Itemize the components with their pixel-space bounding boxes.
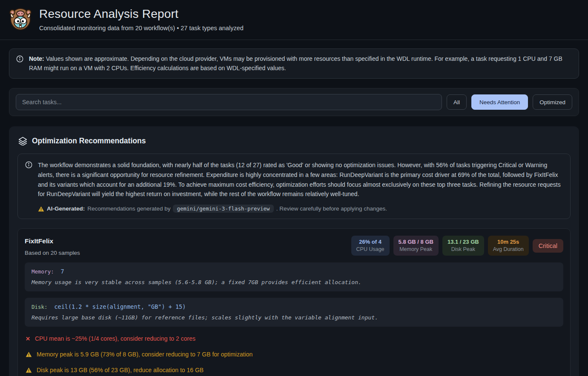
search-input[interactable] xyxy=(16,94,442,110)
stat-label: Avg Duration xyxy=(493,246,524,252)
disk-note: Requires large base disk (~11GB) for ref… xyxy=(32,314,556,321)
stat-label: CPU Usage xyxy=(356,246,384,252)
stat-label: Disk Peak xyxy=(447,246,479,252)
stat-label: Memory Peak xyxy=(399,246,433,252)
task-samples: Based on 20 samples xyxy=(25,250,80,256)
note-body: Values shown are approximate. Depending … xyxy=(29,55,562,71)
ai-generated-suffix: . Review carefully before applying chang… xyxy=(276,205,387,212)
layers-icon xyxy=(18,137,27,145)
recommendations-section: Optimization Recommendations The workflo… xyxy=(9,126,579,376)
page: Resource Analysis Report Consolidated mo… xyxy=(0,0,588,376)
search-toolbar: All Needs Attention Optimized xyxy=(9,88,579,116)
filter-needs-attention[interactable]: Needs Attention xyxy=(471,94,528,110)
title-block: Resource Analysis Report Consolidated mo… xyxy=(39,7,244,31)
warning-triangle-icon xyxy=(26,367,32,373)
warning-triangle-icon xyxy=(26,351,32,358)
recommendations-header: Optimization Recommendations xyxy=(17,135,571,145)
note-label: Note: xyxy=(29,55,44,62)
page-title: Resource Analysis Report xyxy=(39,7,244,21)
page-subtitle: Consolidated monitoring data from 20 wor… xyxy=(39,25,244,31)
info-icon xyxy=(16,55,23,63)
disk-key: Disk: xyxy=(32,304,48,310)
warning-icon xyxy=(38,206,44,212)
stat-value: 26% of 4 xyxy=(356,239,384,245)
app-logo-gopher-icon xyxy=(9,7,32,31)
alert-cpu: ✕ CPU mean is ~25% (1/4 cores), consider… xyxy=(26,335,563,342)
memory-key: Memory: xyxy=(32,268,54,275)
report-header: Resource Analysis Report Consolidated mo… xyxy=(9,0,579,31)
task-header: FixItFelix Based on 20 samples 26% of 4 … xyxy=(25,236,563,256)
info-icon xyxy=(25,161,32,168)
disk-recommendation-block: Disk: ceil(1.2 * size(alignment, "GB") +… xyxy=(25,298,563,327)
stat-value: 13.1 / 23 GB xyxy=(447,239,479,245)
section-title: Optimization Recommendations xyxy=(32,137,146,145)
alert-text: Disk peak is 13 GB (56% of 23 GB), reduc… xyxy=(37,367,204,373)
stat-value: 10m 25s xyxy=(493,239,524,245)
disk-code-line: Disk: ceil(1.2 * size(alignment, "GB") +… xyxy=(32,303,556,310)
ai-generated-label: AI-Generated: xyxy=(47,205,85,212)
status-badge-critical: Critical xyxy=(533,239,563,253)
task-stats-row: 26% of 4 CPU Usage 5.8 GB / 8 GB Memory … xyxy=(351,236,563,256)
memory-recommendation-block: Memory: 7 Memory usage is very stable ac… xyxy=(25,262,563,291)
ai-summary-text: The workflow demonstrates a solid founda… xyxy=(38,160,562,199)
memory-code-line: Memory: 7 xyxy=(32,268,556,275)
filter-optimized[interactable]: Optimized xyxy=(533,94,572,110)
stat-chip-avg-duration: 10m 25s Avg Duration xyxy=(488,236,529,256)
ai-summary-content: The workflow demonstrates a solid founda… xyxy=(38,160,562,213)
stat-chip-memory-peak: 5.8 GB / 8 GB Memory Peak xyxy=(393,236,439,256)
alert-text: CPU mean is ~25% (1/4 cores), consider r… xyxy=(35,335,195,342)
memory-value: 7 xyxy=(61,268,64,275)
stat-chip-cpu-usage: 26% of 4 CPU Usage xyxy=(351,236,390,256)
stat-chip-disk-peak: 13.1 / 23 GB Disk Peak xyxy=(442,236,484,256)
header-divider xyxy=(0,40,588,40)
x-icon: ✕ xyxy=(26,336,30,342)
filter-all[interactable]: All xyxy=(447,94,467,110)
note-text: Note: Values shown are approximate. Depe… xyxy=(29,54,571,73)
memory-note: Memory usage is very stable across sampl… xyxy=(32,279,556,285)
task-name: FixItFelix xyxy=(25,236,80,245)
note-banner: Note: Values shown are approximate. Depe… xyxy=(9,48,579,79)
alert-text: Memory peak is 5.9 GB (73% of 8 GB), con… xyxy=(37,351,252,358)
alert-disk: Disk peak is 13 GB (56% of 23 GB), reduc… xyxy=(26,367,563,373)
alert-memory: Memory peak is 5.9 GB (73% of 8 GB), con… xyxy=(26,351,563,358)
ai-generated-note: AI-Generated: Recommendations generated … xyxy=(38,205,562,213)
ai-generated-prefix: Recommendations generated by xyxy=(87,205,170,212)
model-name-chip: gemini/gemini-3-flash-preview xyxy=(173,205,273,213)
task-card-fixitfelix[interactable]: FixItFelix Based on 20 samples 26% of 4 … xyxy=(17,228,571,376)
task-title-block: FixItFelix Based on 20 samples xyxy=(25,236,80,256)
ai-summary-box: The workflow demonstrates a solid founda… xyxy=(17,154,571,219)
stat-value: 5.8 GB / 8 GB xyxy=(399,239,433,245)
alert-list: ✕ CPU mean is ~25% (1/4 cores), consider… xyxy=(25,335,563,373)
disk-value: ceil(1.2 * size(alignment, "GB") + 15) xyxy=(54,303,186,310)
